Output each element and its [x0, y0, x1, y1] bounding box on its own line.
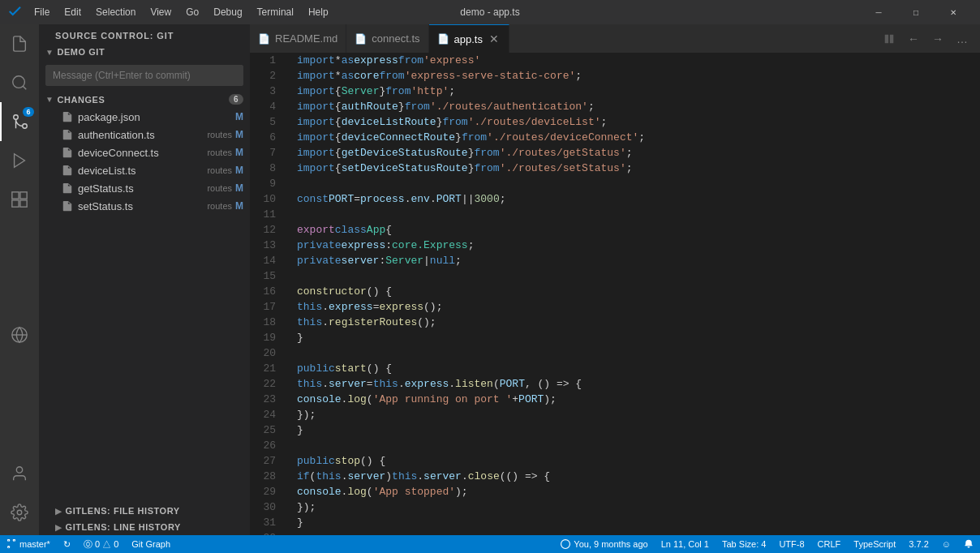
- code-line: });: [297, 407, 974, 422]
- status-bar-right: You, 9 months ago Ln 11, Col 1 Tab Size:…: [554, 535, 980, 553]
- encoding-status[interactable]: UTF-8: [772, 535, 810, 553]
- file-status: M: [235, 129, 243, 140]
- gitlens-info[interactable]: You, 9 months ago: [554, 535, 654, 553]
- menu-debug[interactable]: Debug: [207, 5, 248, 19]
- maximize-button[interactable]: □: [897, 0, 935, 24]
- menu-view[interactable]: View: [144, 5, 178, 19]
- cursor-position[interactable]: Ln 11, Col 1: [655, 535, 716, 553]
- file-item[interactable]: getStatus.ts routes M: [39, 179, 250, 197]
- file-item[interactable]: deviceList.ts routes M: [39, 161, 250, 179]
- changes-section-header[interactable]: ▼ CHANGES 6: [39, 91, 250, 108]
- svg-point-0: [13, 76, 25, 88]
- line-number: 8: [250, 161, 282, 176]
- code-line: import { Server } from 'http';: [297, 84, 974, 99]
- branch-name: master*: [19, 539, 50, 549]
- line-number: 4: [250, 99, 282, 114]
- menu-selection[interactable]: Selection: [89, 5, 142, 19]
- language-status[interactable]: TypeScript: [847, 535, 902, 553]
- changes-file-list: package.json M authentication.ts routes …: [39, 108, 250, 503]
- title-bar-left: File Edit Selection View Go Debug Termin…: [8, 5, 335, 19]
- notifications-bell[interactable]: [957, 535, 980, 553]
- version-status[interactable]: 3.7.2: [902, 535, 935, 553]
- code-line: import { authRoute } from './routes/auth…: [297, 99, 974, 114]
- code-line: this.registerRoutes();: [297, 315, 974, 330]
- activity-bottom: [0, 454, 39, 535]
- file-item[interactable]: package.json M: [39, 108, 250, 126]
- code-area[interactable]: import * as express from 'express'import…: [289, 53, 974, 535]
- connect-file-icon: 📄: [355, 33, 367, 45]
- code-line: import * as core from 'express-serve-sta…: [297, 68, 974, 84]
- activity-source-control[interactable]: 6: [0, 102, 39, 141]
- git-graph-button[interactable]: Git Graph: [125, 535, 177, 553]
- gitlens-file-history[interactable]: ▶ GITLENS: FILE HISTORY: [39, 503, 250, 519]
- close-button[interactable]: ✕: [935, 0, 972, 24]
- file-tag: routes: [207, 183, 232, 193]
- line-number: 23: [250, 392, 282, 407]
- minimize-button[interactable]: ─: [860, 0, 897, 24]
- branch-status[interactable]: master*: [0, 535, 57, 553]
- code-line: public start() {: [297, 361, 974, 376]
- tab-connect-label: connect.ts: [372, 32, 419, 45]
- editor-area: 📄 README.md 📄 connect.ts 📄 app.ts ✕ ←: [250, 24, 980, 535]
- tab-size-status[interactable]: Tab Size: 4: [716, 535, 772, 553]
- line-number: 29: [250, 484, 282, 499]
- tab-app-close-button[interactable]: ✕: [488, 32, 501, 45]
- activity-remote[interactable]: [0, 315, 39, 354]
- changes-badge: 6: [229, 94, 243, 105]
- activity-run[interactable]: [0, 141, 39, 180]
- tab-readme[interactable]: 📄 README.md: [250, 24, 346, 53]
- tab-readme-label: README.md: [275, 32, 337, 45]
- activity-accounts[interactable]: [0, 454, 39, 493]
- activity-search[interactable]: [0, 63, 39, 102]
- line-number: 15: [250, 268, 282, 284]
- sync-button[interactable]: ↻: [57, 535, 77, 553]
- more-actions-button[interactable]: …: [951, 28, 974, 50]
- file-status: M: [235, 200, 243, 212]
- line-number: 19: [250, 330, 282, 345]
- go-forward-button[interactable]: →: [926, 28, 949, 50]
- svg-point-2: [23, 124, 28, 129]
- commit-message-input[interactable]: [45, 65, 243, 86]
- code-line: export class App {: [297, 222, 974, 238]
- feedback-button[interactable]: ☺: [935, 535, 957, 553]
- line-ending-status[interactable]: CRLF: [811, 535, 848, 553]
- git-graph-label: Git Graph: [131, 539, 170, 549]
- activity-settings[interactable]: [0, 493, 39, 532]
- activity-extensions[interactable]: [0, 180, 39, 219]
- menu-go[interactable]: Go: [179, 5, 205, 19]
- line-numbers: 1234567891011121314151617181920212223242…: [250, 53, 289, 535]
- menu-edit[interactable]: Edit: [58, 5, 88, 19]
- file-name: deviceConnect.ts: [78, 147, 204, 159]
- file-icon: [62, 182, 73, 194]
- line-number: 25: [250, 422, 282, 438]
- activity-explorer[interactable]: [0, 24, 39, 63]
- gitlens-line-history[interactable]: ▶ GITLENS: LINE HISTORY: [39, 519, 250, 535]
- activity-bar: 6: [0, 24, 39, 535]
- tab-connect[interactable]: 📄 connect.ts: [346, 24, 428, 53]
- file-item[interactable]: deviceConnect.ts routes M: [39, 144, 250, 161]
- tab-app[interactable]: 📄 app.ts ✕: [429, 24, 509, 53]
- menu-terminal[interactable]: Terminal: [251, 5, 300, 19]
- menu-help[interactable]: Help: [302, 5, 335, 19]
- split-editor-button[interactable]: [878, 28, 900, 50]
- go-back-button[interactable]: ←: [902, 28, 925, 50]
- file-icon: [62, 200, 73, 212]
- svg-line-1: [23, 86, 26, 89]
- line-number: 3: [250, 84, 282, 99]
- sync-icon: ↻: [63, 539, 71, 550]
- notifications-status[interactable]: ⓪ 0 △ 0: [77, 535, 125, 553]
- window-title: demo - app.ts: [460, 6, 519, 18]
- code-line: if (this.server) this.server.close(() =>…: [297, 469, 974, 484]
- file-item[interactable]: setStatus.ts routes M: [39, 197, 250, 215]
- vscode-logo-icon: [8, 6, 21, 19]
- file-item[interactable]: authentication.ts routes M: [39, 126, 250, 144]
- line-number: 18: [250, 315, 282, 330]
- feedback-icon: ☺: [942, 539, 951, 549]
- window-controls: ─ □ ✕: [860, 0, 972, 24]
- menu-file[interactable]: File: [28, 5, 56, 19]
- file-name: package.json: [78, 111, 232, 123]
- code-line: private server: Server | null;: [297, 253, 974, 268]
- repo-header[interactable]: ▼ DEMO GIT: [39, 44, 250, 60]
- code-line: [297, 345, 974, 361]
- version-text: 3.7.2: [909, 539, 928, 549]
